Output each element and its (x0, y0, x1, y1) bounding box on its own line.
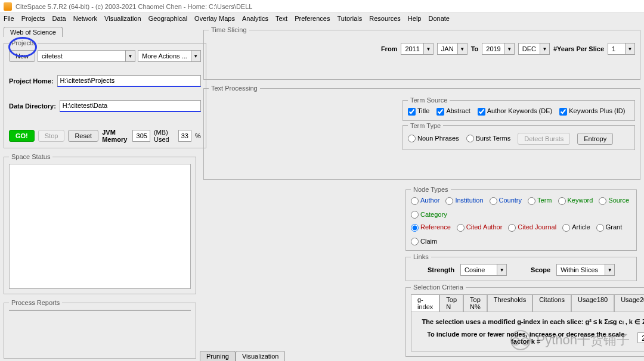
sc-line2: To include more or fewer nodes, increase… (417, 331, 634, 345)
detect-bursts-button: Detect Bursts (518, 133, 570, 145)
reset-button[interactable]: Reset (68, 130, 98, 142)
tab-web-of-science[interactable]: Web of Science (4, 27, 63, 37)
menu-projects[interactable]: Projects (21, 15, 45, 22)
data-directory-label: Data Directory: (9, 102, 56, 110)
tab-pruning[interactable]: Pruning (200, 351, 236, 361)
term-type-group: Term Type Noun Phrases Burst Terms Detec… (402, 122, 635, 150)
rb-noun-phrases[interactable]: Noun Phrases (408, 135, 459, 143)
menu-resources[interactable]: Resources (369, 15, 401, 22)
tab-top-n-pct[interactable]: Top N% (463, 294, 487, 312)
projects-legend: Projects (9, 39, 38, 46)
text-processing-legend: Text Processing (209, 85, 260, 92)
term-type-legend: Term Type (408, 122, 443, 129)
to-year-select[interactable]: 2019▼ (482, 43, 514, 55)
strength-select[interactable]: Cosine▼ (460, 264, 507, 276)
chevron-down-icon: ▼ (457, 43, 467, 54)
process-reports-group: Process Reports (4, 299, 196, 359)
k-input[interactable] (637, 332, 644, 343)
menu-analytics[interactable]: Analytics (242, 15, 268, 22)
projects-group: Projects New citetest ▼ More Actions ...… (4, 39, 206, 148)
process-reports-box (9, 310, 191, 311)
space-status-legend: Space Status (9, 153, 52, 160)
cb-author-keywords[interactable]: Author Keywords (DE) (478, 107, 552, 116)
to-month-select[interactable]: DEC▼ (518, 43, 550, 55)
rb-grant[interactable]: Grant (596, 223, 623, 232)
rb-reference[interactable]: Reference (411, 223, 451, 232)
chevron-down-icon: ▼ (497, 264, 506, 275)
data-directory-input[interactable]: H:\citetest\Data (60, 100, 201, 112)
menu-visualization[interactable]: Visualization (104, 15, 141, 22)
links-group: Links Strength Cosine▼ Scope Within Slic… (405, 253, 637, 281)
rb-burst-terms[interactable]: Burst Terms (466, 135, 510, 143)
space-status-box (9, 164, 191, 289)
tab-usage180[interactable]: Usage180 (571, 294, 614, 312)
rb-claim[interactable]: Claim (411, 238, 437, 246)
datasource-tabs: Web of Science (0, 24, 200, 37)
cb-keywords-plus[interactable]: Keywords Plus (ID) (559, 107, 625, 116)
rb-cited-author[interactable]: Cited Author (457, 223, 503, 232)
selection-criteria-group: Selection Criteria g-index Top N Top N% … (405, 284, 644, 357)
tab-citations[interactable]: Citations (532, 294, 571, 312)
chevron-down-icon: ▼ (540, 43, 549, 54)
jvm-label: JVM Memory (102, 129, 129, 143)
rb-article[interactable]: Article (562, 223, 590, 232)
text-processing-group: Text Processing Term Source Title Abstra… (203, 85, 640, 180)
rb-author[interactable]: Author (411, 197, 439, 205)
menu-file[interactable]: File (4, 15, 14, 22)
menu-data[interactable]: Data (52, 15, 66, 22)
rb-source[interactable]: Source (599, 197, 629, 205)
cb-title[interactable]: Title (408, 107, 429, 116)
tab-visualization-bottom[interactable]: Visualization (236, 351, 286, 361)
more-actions-select[interactable]: More Actions ... ▼ (138, 50, 201, 62)
menu-donate[interactable]: Donate (428, 15, 449, 22)
project-select[interactable]: citetest ▼ (38, 50, 135, 62)
menu-network[interactable]: Network (73, 15, 97, 22)
chevron-down-icon: ▼ (625, 43, 634, 54)
rb-institution[interactable]: Institution (445, 197, 483, 205)
menu-geographical[interactable]: Geographical (148, 15, 187, 22)
years-per-slice-select[interactable]: 1▼ (608, 43, 635, 55)
from-year-value: 2011 (401, 43, 423, 54)
tab-top-n[interactable]: Top N (439, 294, 463, 312)
menu-preferences[interactable]: Preferences (295, 15, 330, 22)
tab-usage2013[interactable]: Usage2013 (614, 294, 644, 312)
stop-button[interactable]: Stop (38, 130, 65, 142)
rb-country[interactable]: Country (490, 197, 522, 205)
window-title: CiteSpace 5.7.R2 (64-bit) - (c) 2003-202… (16, 3, 252, 10)
term-source-legend: Term Source (408, 97, 450, 104)
rb-keyword[interactable]: Keyword (558, 197, 593, 205)
chevron-down-icon: ▼ (605, 264, 614, 275)
tab-thresholds[interactable]: Thresholds (487, 294, 532, 312)
to-label: To (471, 45, 479, 52)
from-label: From (381, 45, 398, 52)
process-reports-legend: Process Reports (9, 299, 62, 306)
project-home-input[interactable]: H:\citetest\Projects (57, 75, 201, 87)
menu-text[interactable]: Text (275, 15, 287, 22)
strength-label: Strength (428, 266, 454, 273)
time-slicing-group: Time Slicing From 2011▼ JAN▼ To 2019▼ DE… (203, 26, 640, 80)
scope-select[interactable]: Within Slices▼ (556, 264, 615, 276)
rb-cited-journal[interactable]: Cited Journal (508, 223, 556, 232)
menu-help[interactable]: Help (408, 15, 422, 22)
scope-value: Within Slices (557, 264, 605, 275)
rb-term[interactable]: Term (528, 197, 552, 205)
sc-line1a: The selection uses a modified g-index in… (422, 318, 586, 325)
from-year-select[interactable]: 2011▼ (401, 43, 433, 55)
from-month-select[interactable]: JAN▼ (437, 43, 467, 55)
more-actions-value: More Actions ... (138, 51, 191, 61)
sc-formula: g² ≤ k Σᵢ≤g cᵢ , k ∈ Z⁺ (585, 318, 644, 325)
menu-tutorials[interactable]: Tutorials (337, 15, 362, 22)
right-panel: Time Slicing From 2011▼ JAN▼ To 2019▼ DE… (200, 24, 644, 361)
menu-bar: File Projects Data Network Visualization… (0, 13, 644, 24)
new-button[interactable]: New (9, 50, 35, 62)
to-year-value: 2019 (482, 43, 504, 54)
years-per-slice-value: 1 (608, 43, 625, 54)
jvm-unit: (MB) Used (154, 129, 175, 143)
menu-overlay-maps[interactable]: Overlay Maps (194, 15, 235, 22)
window-titlebar: CiteSpace 5.7.R2 (64-bit) - (c) 2003-202… (0, 0, 644, 13)
rb-category[interactable]: Category (411, 211, 447, 219)
go-button[interactable]: GO! (9, 130, 35, 142)
tab-g-index[interactable]: g-index (411, 294, 439, 312)
cb-abstract[interactable]: Abstract (436, 107, 470, 116)
entropy-button[interactable]: Entropy (577, 133, 613, 145)
